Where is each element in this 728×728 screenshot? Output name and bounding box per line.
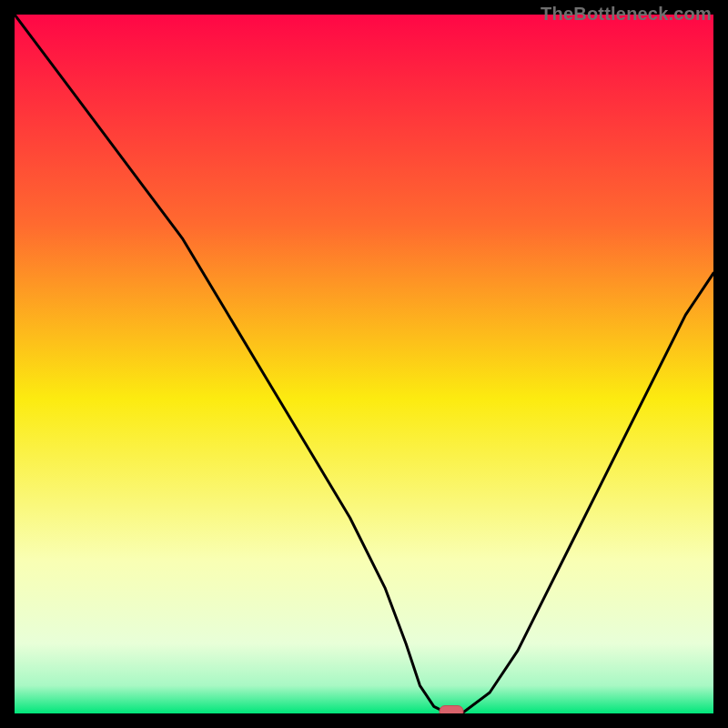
optimal-marker bbox=[440, 706, 463, 714]
bottleneck-chart bbox=[15, 15, 713, 713]
gradient-background bbox=[15, 15, 713, 713]
attribution-text: TheBottleneck.com bbox=[541, 4, 712, 25]
plot-area bbox=[15, 15, 713, 713]
chart-frame: TheBottleneck.com bbox=[0, 0, 728, 728]
